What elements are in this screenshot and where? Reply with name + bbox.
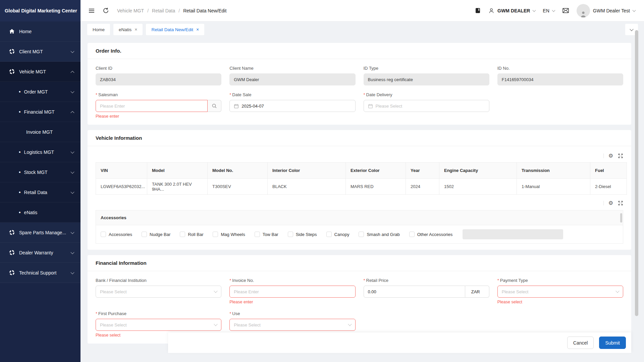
breadcrumb-item[interactable]: Vehicle MGT bbox=[117, 8, 144, 13]
sidebar-item-label: Technical Support bbox=[19, 270, 71, 276]
page-scrollbar-thumb[interactable] bbox=[635, 30, 638, 316]
id-type-field: ID Type bbox=[364, 66, 489, 85]
checkbox-icon bbox=[288, 232, 293, 237]
bank-select[interactable]: Please Select bbox=[96, 286, 221, 298]
sidebar-item-invoice-mgt[interactable]: Invoice MGT bbox=[0, 122, 80, 142]
avatar bbox=[577, 4, 590, 17]
sidebar: Global Digital Marketing Center Home Cli… bbox=[0, 0, 80, 362]
gear-icon[interactable]: ⚙ bbox=[608, 200, 613, 206]
checkbox-mag-wheels[interactable]: Mag Wheels bbox=[213, 232, 245, 237]
sidebar-item-order-mgt[interactable]: • Order MGT bbox=[0, 82, 80, 102]
tab-home[interactable]: Home bbox=[87, 24, 110, 35]
chevron-down-icon bbox=[630, 27, 633, 31]
payment-type-field: *Payment Type Please Select Please selec… bbox=[497, 278, 623, 304]
invoice-no-field: *Invoice No. Please enter bbox=[229, 278, 355, 304]
bullet-icon: • bbox=[19, 210, 21, 215]
expand-icon[interactable] bbox=[618, 200, 623, 206]
section-title: Financial Information bbox=[88, 255, 631, 271]
submit-button[interactable]: Submit bbox=[599, 337, 626, 349]
checkbox-side-steps[interactable]: Side Steps bbox=[288, 232, 317, 237]
checkbox-roll-bar[interactable]: Roll Bar bbox=[180, 232, 203, 237]
module-ring-icon bbox=[9, 230, 15, 236]
mail-icon[interactable] bbox=[562, 7, 569, 14]
breadcrumb-separator: / bbox=[178, 8, 180, 13]
payment-type-select[interactable]: Please Select bbox=[497, 286, 623, 298]
user-menu[interactable]: GWM Dealer Test bbox=[577, 4, 635, 17]
close-icon[interactable]: × bbox=[135, 27, 137, 32]
sidebar-item-dealer-warranty[interactable]: Dealer Warranty bbox=[0, 243, 80, 263]
field-label: *Salesman bbox=[96, 92, 221, 97]
accessories-table: Accessories Accessories Nudge Bar Roll B… bbox=[96, 210, 623, 244]
sidebar-item-enatis[interactable]: • eNatis bbox=[0, 202, 80, 223]
refresh-icon[interactable] bbox=[103, 7, 109, 14]
retail-price-input[interactable] bbox=[364, 286, 465, 298]
salesman-field: *Salesman Please enter bbox=[96, 92, 221, 119]
use-select[interactable]: Please Select bbox=[229, 319, 355, 331]
cell-engine-capacity: 1502 bbox=[439, 179, 517, 195]
org-switcher[interactable]: GWM DEALER bbox=[488, 8, 535, 14]
order-info-card: Order Info. Client ID Client Name ID Typ… bbox=[88, 43, 631, 125]
checkbox-icon bbox=[213, 232, 218, 237]
section-title: Order Info. bbox=[88, 43, 631, 59]
accessories-header: Accessories bbox=[96, 210, 623, 225]
date-sale-picker[interactable]: 2025-04-07 bbox=[229, 100, 355, 112]
sidebar-item-stock-mgt[interactable]: • Stock MGT bbox=[0, 162, 80, 182]
first-purchase-select[interactable]: Please Select bbox=[96, 319, 221, 331]
checkbox-nudge-bar[interactable]: Nudge Bar bbox=[142, 232, 170, 237]
sidebar-item-spare-parts[interactable]: Spare Parts Manage... bbox=[0, 223, 80, 243]
chevron-down-icon bbox=[70, 170, 74, 173]
checkbox-tow-bar[interactable]: Tow Bar bbox=[255, 232, 278, 237]
field-label: *Retail Price bbox=[364, 278, 489, 283]
chevron-down-icon bbox=[533, 8, 536, 12]
sidebar-item-vehicle-mgt[interactable]: Vehicle MGT bbox=[0, 62, 80, 82]
checkbox-smash-and-grab[interactable]: Smash and Grab bbox=[359, 232, 399, 237]
tab-enatis[interactable]: eNatis × bbox=[113, 24, 143, 35]
sidebar-item-logistics-mgt[interactable]: • Logistics MGT bbox=[0, 142, 80, 162]
currency-value: ZAR bbox=[471, 289, 480, 294]
sidebar-item-home[interactable]: Home bbox=[0, 21, 80, 42]
tab-retail-data-new-edit[interactable]: Retail Data New/Edit × bbox=[146, 24, 204, 35]
column-header: Model bbox=[147, 163, 208, 179]
invoice-no-input[interactable] bbox=[229, 286, 355, 298]
close-icon[interactable]: × bbox=[196, 27, 199, 32]
salesman-input[interactable] bbox=[96, 100, 208, 112]
sidebar-item-retail-data[interactable]: • Retail Data bbox=[0, 182, 80, 202]
field-label: *Date Delivery bbox=[364, 92, 489, 97]
vehicle-info-card: Vehicle Information ⚙ VIN bbox=[88, 130, 631, 250]
date-delivery-picker[interactable]: Please Select bbox=[364, 100, 489, 112]
expand-icon[interactable] bbox=[618, 153, 623, 159]
accessories-scrollbar[interactable] bbox=[620, 213, 622, 223]
table-toolbar: ⚙ bbox=[96, 151, 623, 161]
vehicle-table: VIN Model Model No. Interior Color Exter… bbox=[96, 162, 627, 195]
cancel-button[interactable]: Cancel bbox=[567, 337, 594, 349]
sidebar-item-technical-support[interactable]: Technical Support bbox=[0, 263, 80, 283]
chevron-down-icon bbox=[348, 322, 352, 326]
chevron-down-icon bbox=[552, 8, 555, 12]
home-icon bbox=[9, 28, 15, 35]
toolbar-divider bbox=[603, 201, 604, 205]
cell-transmission: 1-Manual bbox=[517, 179, 590, 195]
manual-book-icon[interactable] bbox=[475, 7, 481, 14]
breadcrumb-separator: / bbox=[147, 8, 149, 13]
language-label: EN bbox=[543, 8, 549, 13]
retail-price-field: *Retail Price ZAR bbox=[364, 278, 489, 304]
breadcrumb-item[interactable]: Retail Data bbox=[152, 8, 175, 13]
gear-icon[interactable]: ⚙ bbox=[608, 153, 613, 159]
chevron-down-icon bbox=[633, 8, 636, 12]
checkbox-canopy[interactable]: Canopy bbox=[326, 232, 350, 237]
salesman-search-button[interactable] bbox=[208, 100, 221, 112]
menu-collapse-icon[interactable] bbox=[89, 8, 95, 14]
sidebar-item-label: Order MGT bbox=[24, 89, 71, 95]
language-switcher[interactable]: EN bbox=[543, 8, 554, 13]
currency-select[interactable]: ZAR bbox=[465, 286, 489, 298]
sidebar-item-client-mgt[interactable]: Client MGT bbox=[0, 42, 80, 62]
table-row[interactable]: LGWEF6A53P62032... TANK 300 2.0T HEV 9HA… bbox=[96, 179, 627, 195]
checkbox-accessories[interactable]: Accessories bbox=[101, 232, 132, 237]
sidebar-item-label: Logistics MGT bbox=[24, 149, 71, 155]
module-ring-icon bbox=[9, 49, 15, 55]
chevron-down-icon bbox=[70, 250, 74, 254]
sidebar-item-label: Stock MGT bbox=[24, 170, 71, 175]
payment-type-error: Please select bbox=[497, 300, 623, 304]
checkbox-other-accessories[interactable]: Other Accessories bbox=[409, 232, 453, 237]
sidebar-item-financial-mgt[interactable]: • Financial MGT bbox=[0, 102, 80, 122]
